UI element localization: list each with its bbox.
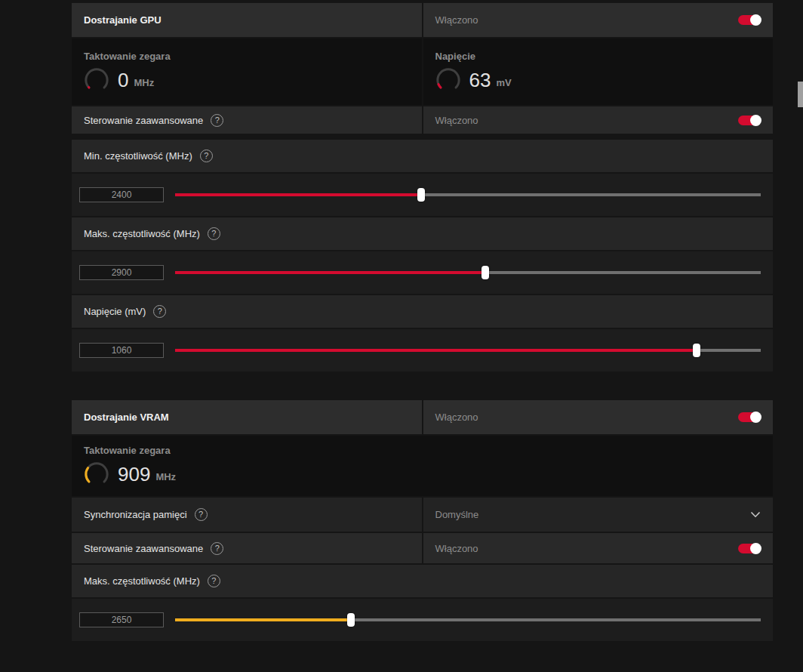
slider-fill <box>175 271 485 274</box>
vram-advanced-label-cell: Sterowanie zaawansowane ? <box>72 533 422 563</box>
tuning-content: Dostrajanie GPU Włączono Taktowanie zega… <box>72 3 773 643</box>
max-freq-slider[interactable] <box>175 265 761 280</box>
vram-clock-gauge-icon <box>84 461 109 487</box>
gpu-advanced-status: Włączono <box>435 115 478 126</box>
max-freq-label: Maks. częstotliwość (MHz) <box>84 228 200 239</box>
gpu-tuning-panel: Dostrajanie GPU Włączono Taktowanie zega… <box>72 3 773 371</box>
gpu-voltage-gauge-label: Napięcie <box>435 51 475 62</box>
max-freq-label-row: Maks. częstotliwość (MHz) ? <box>72 217 773 250</box>
vram-clock-gauge-label: Taktowanie zegara <box>84 445 171 456</box>
vram-enable-status: Włączono <box>435 412 478 423</box>
voltage-input[interactable] <box>79 343 164 358</box>
vram-panel-title: Dostrajanie VRAM <box>84 412 169 423</box>
slider-fill <box>175 618 351 621</box>
slider-fill <box>175 193 421 196</box>
scrollbar-thumb[interactable] <box>798 82 803 107</box>
min-freq-input[interactable] <box>79 187 164 202</box>
max-freq-input[interactable] <box>79 265 164 280</box>
gpu-voltage-gauge-icon <box>435 67 461 93</box>
voltage-label: Napięcie (mV) <box>84 306 146 317</box>
gpu-advanced-row: Sterowanie zaawansowane ? Włączono <box>72 106 773 134</box>
voltage-slider[interactable] <box>175 343 761 358</box>
max-freq-slider-row <box>72 251 773 294</box>
slider-handle[interactable] <box>347 613 355 627</box>
vram-header-row: Dostrajanie VRAM Włączono <box>72 400 773 434</box>
vram-gauge-row: Taktowanie zegara 909 MHz <box>72 436 773 496</box>
gpu-gauge-row: Taktowanie zegara 0 MHz Napięcie <box>72 39 773 105</box>
gpu-header-row: Dostrajanie GPU Włączono <box>72 3 773 37</box>
memory-timing-value: Domyślne <box>435 509 479 520</box>
vram-tuning-panel: Dostrajanie VRAM Włączono Taktowanie zeg… <box>72 400 773 641</box>
gpu-clock-gauge-icon <box>84 67 109 93</box>
memory-timing-label-cell: Synchronizacja pamięci ? <box>72 498 422 532</box>
gpu-advanced-toggle-cell: Włączono <box>423 106 774 134</box>
vram-max-freq-slider-row <box>72 599 773 641</box>
vram-enable-toggle[interactable] <box>738 412 761 422</box>
gpu-advanced-label: Sterowanie zaawansowane <box>84 115 203 126</box>
toggle-knob-icon <box>750 412 761 423</box>
gpu-advanced-label-cell: Sterowanie zaawansowane ? <box>72 106 422 134</box>
help-icon[interactable]: ? <box>208 575 220 587</box>
gpu-enable-status: Włączono <box>435 14 478 26</box>
memory-timing-select[interactable]: Domyślne <box>423 498 774 532</box>
scrollbar[interactable] <box>797 0 803 672</box>
help-icon[interactable]: ? <box>195 508 208 521</box>
help-icon[interactable]: ? <box>200 150 213 162</box>
vram-clock-unit: MHz <box>155 471 176 482</box>
toggle-knob-icon <box>750 14 761 26</box>
vram-max-freq-label-row: Maks. częstotliwość (MHz) ? <box>72 565 773 597</box>
vram-max-freq-input[interactable] <box>79 612 164 627</box>
slider-handle[interactable] <box>693 344 700 357</box>
slider-fill <box>175 349 697 352</box>
chevron-down-icon <box>750 511 761 518</box>
memory-timing-row: Synchronizacja pamięci ? Domyślne <box>72 498 773 532</box>
help-icon[interactable]: ? <box>211 114 223 127</box>
vram-advanced-label: Sterowanie zaawansowane <box>84 543 203 554</box>
gpu-clock-gauge: Taktowanie zegara 0 MHz <box>72 39 422 105</box>
gpu-panel-title: Dostrajanie GPU <box>84 14 162 26</box>
vram-clock-value: 909 <box>118 463 150 486</box>
min-freq-slider[interactable] <box>175 187 761 202</box>
vram-enable-cell: Włączono <box>423 400 774 434</box>
help-icon[interactable]: ? <box>208 227 220 240</box>
gpu-clock-value: 0 <box>118 69 128 92</box>
gpu-advanced-toggle[interactable] <box>738 116 761 125</box>
vram-max-freq-label: Maks. częstotliwość (MHz) <box>84 575 200 587</box>
toggle-knob-icon <box>750 543 761 554</box>
min-freq-label-row: Min. częstotliwość (MHz) ? <box>72 140 773 172</box>
toggle-knob-icon <box>750 115 761 126</box>
gpu-voltage-unit: mV <box>496 77 511 88</box>
vram-max-freq-slider[interactable] <box>175 612 761 627</box>
voltage-slider-row <box>72 329 773 371</box>
gpu-title-cell: Dostrajanie GPU <box>72 3 422 37</box>
gpu-enable-cell: Włączono <box>423 3 774 37</box>
gpu-voltage-gauge: Napięcie 63 mV <box>423 39 774 105</box>
gpu-enable-toggle[interactable] <box>738 15 761 25</box>
slider-handle[interactable] <box>417 188 425 202</box>
min-freq-slider-row <box>72 174 773 216</box>
vram-advanced-toggle-cell: Włączono <box>423 533 774 563</box>
help-icon[interactable]: ? <box>153 305 166 318</box>
help-icon[interactable]: ? <box>211 542 223 555</box>
gpu-clock-gauge-label: Taktowanie zegara <box>84 51 171 62</box>
vram-advanced-row: Sterowanie zaawansowane ? Włączono <box>72 533 773 563</box>
memory-timing-label: Synchronizacja pamięci <box>84 509 187 520</box>
vram-title-cell: Dostrajanie VRAM <box>72 400 422 434</box>
slider-handle[interactable] <box>481 266 489 279</box>
vram-advanced-status: Włączono <box>435 543 478 554</box>
vram-advanced-toggle[interactable] <box>738 544 761 553</box>
gpu-clock-unit: MHz <box>134 77 154 88</box>
voltage-label-row: Napięcie (mV) ? <box>72 295 773 328</box>
min-freq-label: Min. częstotliwość (MHz) <box>84 150 192 162</box>
gpu-voltage-value: 63 <box>469 69 491 92</box>
